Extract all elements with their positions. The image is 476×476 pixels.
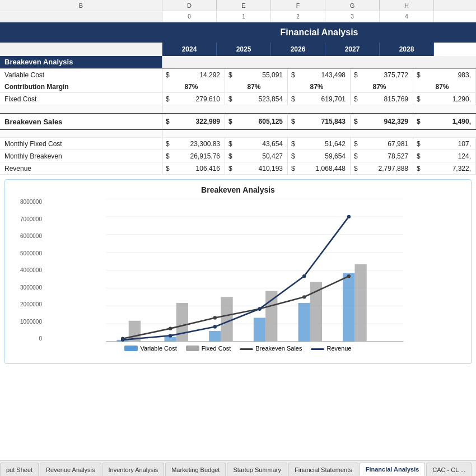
mb-2028: 124,: [422, 150, 476, 162]
year-2024: 2024: [162, 43, 217, 56]
cm-2026: 87%: [288, 81, 351, 92]
mb-2025: 50,427: [234, 150, 288, 162]
tab-marketing-budget[interactable]: Marketing Budget: [165, 463, 226, 476]
svg-point-30: [258, 307, 261, 310]
ruler-1: 1: [217, 11, 271, 22]
svg-point-28: [169, 334, 172, 337]
svg-point-29: [213, 325, 217, 328]
bs-2024: 322,989: [171, 114, 225, 129]
col-d: D: [162, 0, 217, 11]
col-g: G: [325, 0, 380, 11]
tab-bar: put Sheet Revenue Analysis Inventory Ana…: [0, 460, 476, 476]
spacer-row-2: [0, 130, 476, 138]
rev-2024: 106,416: [171, 162, 225, 174]
legend-rev-label: Revenue: [326, 345, 351, 352]
mfc-2026: 51,642: [297, 138, 351, 150]
legend-fixed-cost: Fixed Cost: [186, 345, 231, 352]
legend-bs-color: [240, 348, 253, 350]
cm-2027: 87%: [351, 81, 413, 92]
rev-2025: 410,193: [234, 162, 288, 174]
year-header-row: 2024 2025 2026 2027 2028: [0, 43, 476, 56]
tab-startup-summary[interactable]: Startup Summary: [227, 463, 287, 476]
year-2026: 2026: [271, 43, 325, 56]
svg-rect-17: [221, 297, 232, 342]
fc-2024: 279,610: [171, 93, 225, 105]
monthly-fixed-cost-label: Monthly Fixed Cost: [0, 138, 162, 150]
fixed-cost-row: Fixed Cost $ 279,610 $ 523,854 $ 619,701…: [0, 93, 476, 105]
tab-financial-analysis[interactable]: Financial Analysis: [360, 463, 426, 476]
ruler-2: 2: [271, 11, 325, 22]
breakeven-sales-row: Breakeven Sales $ 322,989 $ 605,125 $ 71…: [0, 113, 476, 130]
tab-cac-cl[interactable]: CAC - CL ...: [426, 463, 472, 476]
monthly-breakeven-row: Monthly Breakeven $ 26,915.76 $ 50,427 $…: [0, 150, 476, 162]
fc-2026: 619,701: [297, 93, 351, 105]
svg-rect-12: [254, 318, 265, 342]
mfc-2028: 107,: [422, 138, 476, 150]
bs-2028: 1,490,: [422, 114, 476, 129]
spacer-row-1: [0, 105, 476, 113]
breakeven-sales-label: Breakeven Sales: [0, 114, 162, 129]
svg-point-22: [169, 326, 172, 330]
bs-2026: 715,843: [297, 114, 351, 129]
bs-2025: 605,125: [234, 114, 288, 129]
svg-rect-18: [265, 291, 277, 342]
contribution-margin-row: Contribution Margin 87% 87% 87% 87% 87%: [0, 81, 476, 93]
col-h: H: [380, 0, 434, 11]
vc-2026: 143,498: [297, 69, 351, 81]
svg-point-25: [302, 295, 306, 298]
tab-financial-statements[interactable]: Financial Statements: [288, 463, 358, 476]
mfc-2027: 67,981: [360, 138, 413, 150]
revenue-row: Revenue $ 106,416 $ 410,193 $ 1,068,448 …: [0, 162, 476, 175]
svg-rect-11: [209, 331, 221, 342]
fixed-cost-label: Fixed Cost: [0, 93, 162, 105]
svg-rect-20: [355, 264, 367, 342]
monthly-breakeven-label: Monthly Breakeven: [0, 150, 162, 162]
mfc-2024: 23,300.83: [171, 138, 225, 150]
tab-inventory-analysis[interactable]: Inventory Analysis: [102, 463, 165, 476]
mfc-2025: 43,654: [234, 138, 288, 150]
chart-container: Breakeven Analysis 8000000 7000000 60000…: [4, 179, 472, 364]
svg-rect-10: [165, 337, 176, 342]
tab-input-sheet[interactable]: put Sheet: [0, 463, 39, 476]
column-headers: B D E F G H: [0, 0, 476, 11]
chart-svg: 1 2 3 4 5 6: [44, 199, 465, 342]
title-row: Financial Analysis: [0, 22, 476, 43]
ruler-4: 4: [380, 11, 434, 22]
number-ruler: 0 1 2 3 4: [0, 11, 476, 22]
legend-variable-cost: Variable Cost: [124, 345, 176, 352]
col-e: E: [217, 0, 271, 11]
vc-2025: 55,091: [234, 69, 288, 81]
chart-body: 8000000 7000000 6000000 5000000 4000000 …: [11, 199, 465, 342]
breakeven-analysis-label: Breakeven Analysis: [0, 56, 162, 68]
ruler-0: 0: [162, 11, 217, 22]
svg-point-27: [121, 338, 124, 342]
svg-rect-14: [343, 273, 354, 342]
svg-point-31: [302, 274, 306, 278]
section-header-row: Breakeven Analysis: [0, 56, 476, 68]
rev-2028: 7,322,: [422, 162, 476, 174]
cm-2028: 87%: [413, 81, 476, 92]
fc-2028: 1,290,: [422, 93, 476, 105]
year-2027: 2027: [325, 43, 380, 56]
col-f: F: [271, 0, 325, 11]
svg-point-32: [347, 215, 351, 218]
bs-2027: 942,329: [360, 114, 413, 129]
variable-cost-row: Variable Cost $ 14,292 $ 55,091 $ 143,49…: [0, 68, 476, 81]
mb-2026: 59,654: [297, 150, 351, 162]
legend-revenue: Revenue: [311, 345, 351, 352]
legend-vc-label: Variable Cost: [140, 345, 176, 352]
tab-revenue-analysis[interactable]: Revenue Analysis: [40, 463, 101, 476]
sheet-title: Financial Analysis: [162, 27, 476, 38]
svg-point-23: [213, 316, 217, 319]
ruler-3: 3: [325, 11, 380, 22]
svg-rect-16: [176, 303, 188, 342]
year-2028: 2028: [380, 43, 434, 56]
chart-legend: Variable Cost Fixed Cost Breakeven Sales…: [11, 345, 465, 352]
vc-2024: 14,292: [171, 69, 225, 81]
col-b: B: [0, 0, 162, 11]
rev-2027: 2,797,888: [360, 162, 413, 174]
legend-rev-color: [311, 348, 324, 350]
legend-breakeven-sales: Breakeven Sales: [240, 345, 302, 352]
fc-2025: 523,854: [234, 93, 288, 105]
chart-y-axis: 8000000 7000000 6000000 5000000 4000000 …: [11, 199, 44, 342]
